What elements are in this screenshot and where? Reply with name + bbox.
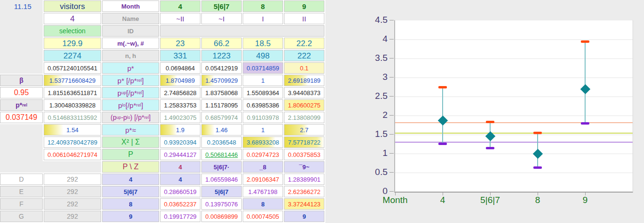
- whisker-cap-low: [486, 147, 494, 149]
- selection-button[interactable]: selection: [44, 25, 101, 37]
- header-mean: m(.~w), #: [102, 38, 159, 49]
- y-axis-tick: [389, 58, 394, 58]
- cell-r7c4: 1.8704989: [160, 75, 200, 86]
- x-axis-label: 8: [535, 195, 540, 205]
- cell-r17c4: 0.03652237: [160, 198, 200, 210]
- cell-r14c5: _8: [243, 161, 283, 173]
- cell-r6c2: 0.0571240105541: [44, 62, 101, 74]
- cell-r15c3: 4: [102, 174, 159, 185]
- cell-r9c5: 1.15178095: [201, 99, 242, 111]
- id-row-empty: [160, 25, 324, 37]
- row-key-F: F: [0, 198, 43, 210]
- cell-r10c6: 0.91103978: [243, 112, 283, 123]
- cell-r10c4: 1.49023075: [160, 112, 200, 123]
- cell-r10c7: 2.13808099: [284, 112, 324, 123]
- col-header-8[interactable]: 8: [243, 0, 283, 12]
- diamond-marker: [532, 148, 542, 158]
- y-axis-tick: [389, 172, 394, 173]
- cell-r14c1: [0, 161, 101, 173]
- y-axis-tick: [389, 134, 394, 135]
- whisker-cap-high: [486, 121, 494, 123]
- header-month: Month: [102, 0, 159, 12]
- cell-r8c4: 2.74856828: [160, 87, 200, 98]
- cell-r17c3: 8: [102, 198, 159, 210]
- cell-r15c5: 1.06559846: [201, 174, 242, 185]
- corner-value: 11.15: [0, 0, 43, 12]
- row-label-p-star-rel: p* [/p*rel]: [102, 75, 159, 86]
- x-axis-label: 4: [440, 195, 445, 205]
- row-label-p-star: p*: [102, 62, 159, 74]
- y-axis-tick: [389, 96, 394, 97]
- cell-r2c1: [0, 13, 43, 24]
- plot-area: [394, 20, 633, 193]
- cell-r7c2: 1.537716608429: [44, 75, 101, 86]
- gridline: [395, 154, 633, 154]
- cell-r18c7: 9: [284, 211, 324, 222]
- whisker-cap-low: [438, 143, 447, 145]
- cell-r7c5: 1.45709929: [201, 75, 242, 86]
- cell-r12c2: 12.409378042789: [44, 136, 101, 148]
- cell-r4c5: 66.2: [201, 38, 242, 49]
- y-axis-tick: [389, 191, 394, 192]
- cell-r15c6: 2.09106347: [243, 174, 283, 185]
- row-key-E: E: [0, 186, 43, 197]
- row-label-p-z: P \ Z: [102, 161, 159, 173]
- cell-r14c6: ¯9~: [284, 161, 324, 173]
- gridline: [395, 78, 633, 78]
- cell-r11c4: 1.9: [160, 124, 200, 136]
- row-label-p-up: pup [/p*rel]: [102, 87, 159, 98]
- cell-r9c2: 1.300480339828: [44, 99, 101, 111]
- cell-r5c1: [0, 50, 43, 61]
- cell-r5c2: 2274: [44, 50, 101, 61]
- cell-r6c1: [0, 62, 43, 74]
- dataset-selector[interactable]: visitors: [44, 0, 101, 12]
- cell-r18c6: 0.00074505: [243, 211, 283, 222]
- cell-r4c2: 129.9: [44, 38, 101, 49]
- stats-table: 11.15visitorsMonth45|6|7894Name~II~IIIIs…: [0, 0, 324, 222]
- whisker-cap-low: [581, 122, 589, 125]
- gridline: [395, 58, 633, 59]
- cell-r4c7: 22.2: [284, 38, 324, 49]
- gridline: [395, 97, 633, 97]
- cell-r12c7: 7.57718722: [284, 136, 324, 148]
- cell-r11c2: 1.54: [44, 124, 101, 136]
- cell-r11c6: 1: [243, 124, 283, 136]
- cell-r12c4: 0.93920394: [160, 136, 200, 148]
- cell-r5c7: 222: [284, 50, 324, 61]
- y-axis-label: 0.5: [365, 167, 388, 177]
- whisker-cap-low: [533, 166, 542, 169]
- cell-r2c6: I: [243, 13, 283, 24]
- col-header-567[interactable]: 5|6|7: [201, 0, 242, 12]
- cell-r12c1: [0, 136, 43, 148]
- whisker-cap-high: [533, 132, 542, 134]
- cell-r12c5: 0.2036548: [201, 136, 242, 148]
- row-label-chi-square: X² | Σ: [102, 136, 159, 148]
- y-axis-label: 2.5: [365, 91, 388, 101]
- y-axis-tick: [389, 115, 394, 116]
- col-header-9[interactable]: 9: [284, 0, 324, 12]
- col-header-4[interactable]: 4: [160, 0, 200, 12]
- y-axis-tick: [389, 153, 394, 154]
- dataset-count: 4: [44, 13, 101, 24]
- cell-r3c1: [0, 25, 43, 37]
- y-axis-label: 0: [365, 186, 388, 196]
- cell-r5c5: 1223: [201, 50, 242, 61]
- row-label-p-lo: plo [/p*rel]: [102, 99, 159, 111]
- cell-r2c5: ~I: [201, 13, 242, 24]
- diamond-marker: [437, 116, 447, 126]
- cell-r10c5: 0.68579974: [201, 112, 242, 123]
- y-axis-label: 4: [365, 34, 388, 44]
- cell-r5c6: 498: [243, 50, 283, 61]
- row-key-G: G: [0, 211, 43, 222]
- row-label-p-approx: p*≈: [102, 124, 159, 136]
- cell-r16c3: 5|6|7: [102, 186, 159, 197]
- cell-r13c1: [0, 149, 43, 160]
- p-value-link[interactable]: 0.50681446: [201, 149, 242, 160]
- cell-r9c4: 1.25833753: [160, 99, 200, 111]
- row-label-range: (pup-plo) [/p*rel]: [102, 112, 159, 123]
- cell-r14c4: 5|6|7·: [201, 161, 242, 173]
- cell-r2c7: II: [284, 13, 324, 24]
- y-axis-label: 2: [365, 110, 388, 120]
- x-axis-label: 9: [583, 195, 588, 205]
- cell-r11c5: 1.46: [201, 124, 242, 136]
